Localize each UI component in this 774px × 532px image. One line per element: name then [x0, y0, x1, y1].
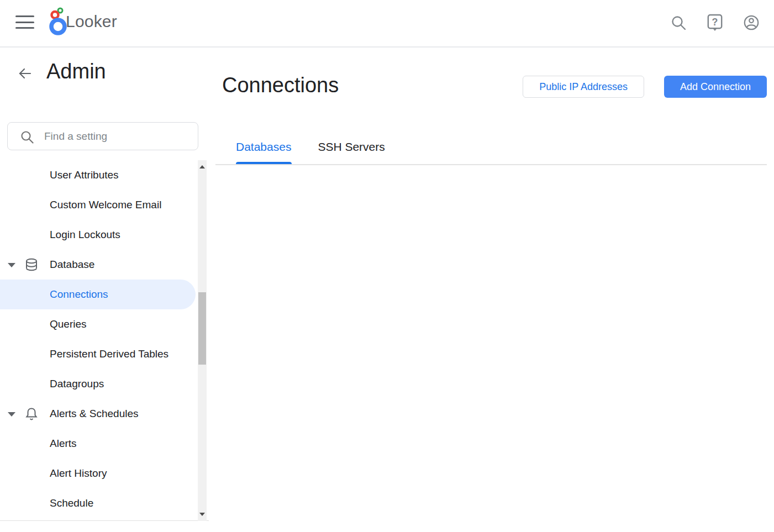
sidebar-item-label: Persistent Derived Tables [50, 348, 169, 360]
sidebar-item-alert-history[interactable]: Alert History [0, 459, 209, 488]
back-arrow-icon[interactable] [18, 66, 32, 81]
sidebar-item-login-lockouts[interactable]: Login Lockouts [0, 220, 209, 250]
add-connection-button[interactable]: Add Connection [664, 76, 767, 98]
database-icon [24, 257, 39, 272]
hamburger-menu-icon[interactable] [15, 15, 34, 29]
connections-tabs: Databases SSH Servers [236, 140, 385, 154]
sidebar-item-label: User Attributes [50, 169, 119, 181]
looker-logo[interactable]: Looker [48, 6, 70, 36]
sidebar-section-label: Database [50, 259, 94, 271]
tab-divider [215, 164, 767, 165]
find-setting-searchbox [7, 122, 198, 150]
tab-databases[interactable]: Databases [236, 140, 291, 154]
chevron-down-icon[interactable] [8, 412, 15, 417]
admin-sidebar: Admin User Attributes Custom Welcome Ema… [0, 49, 209, 521]
page-title: Connections [222, 73, 339, 97]
sidebar-item-label: Datagroups [50, 378, 104, 390]
sidebar-item-queries[interactable]: Queries [0, 309, 209, 339]
logo-text: Looker [66, 12, 117, 31]
find-setting-input[interactable] [44, 123, 191, 150]
sidebar-section-alerts-schedules[interactable]: Alerts & Schedules [0, 399, 209, 429]
public-ip-addresses-button[interactable]: Public IP Addresses [523, 76, 644, 98]
chevron-down-icon[interactable] [8, 263, 15, 267]
sidebar-item-label: Connections [50, 288, 108, 301]
sidebar-item-label: Alerts [50, 438, 77, 450]
sidebar-section-label: Alerts & Schedules [50, 408, 139, 420]
sidebar-item-alerts[interactable]: Alerts [0, 429, 209, 459]
sidebar-item-label: Schedule [50, 497, 93, 509]
sidebar-item-label: Custom Welcome Email [50, 199, 161, 211]
sidebar-item-datagroups[interactable]: Datagroups [0, 369, 209, 399]
sidebar-item-user-attributes[interactable]: User Attributes [0, 160, 209, 190]
sidebar-item-connections[interactable]: Connections [0, 280, 209, 309]
bell-icon [24, 407, 39, 421]
top-app-bar: Looker ? [0, 0, 774, 48]
sidebar-title: Admin [46, 60, 106, 83]
scrollbar-up-arrow-icon[interactable] [199, 165, 205, 168]
scrollbar-thumb[interactable] [198, 292, 206, 365]
settings-nav: User Attributes Custom Welcome Email Log… [0, 160, 209, 521]
sidebar-item-persistent-derived-tables[interactable]: Persistent Derived Tables [0, 339, 209, 369]
sidebar-item-schedule[interactable]: Schedule [0, 488, 209, 518]
sidebar-item-label: Login Lockouts [50, 229, 120, 241]
sidebar-item-label: Alert History [50, 467, 107, 480]
search-icon [20, 130, 34, 144]
sidebar-scrollbar[interactable] [198, 160, 207, 521]
search-icon[interactable] [670, 13, 687, 32]
scrollbar-down-arrow-icon[interactable] [199, 513, 205, 516]
help-icon[interactable]: ? [707, 13, 723, 32]
tab-ssh-servers[interactable]: SSH Servers [318, 140, 385, 154]
sidebar-item-custom-welcome-email[interactable]: Custom Welcome Email [0, 190, 209, 220]
sidebar-item-label: Queries [50, 318, 87, 330]
account-icon[interactable] [743, 13, 760, 32]
svg-text:?: ? [712, 17, 718, 28]
sidebar-section-database[interactable]: Database [0, 250, 209, 280]
